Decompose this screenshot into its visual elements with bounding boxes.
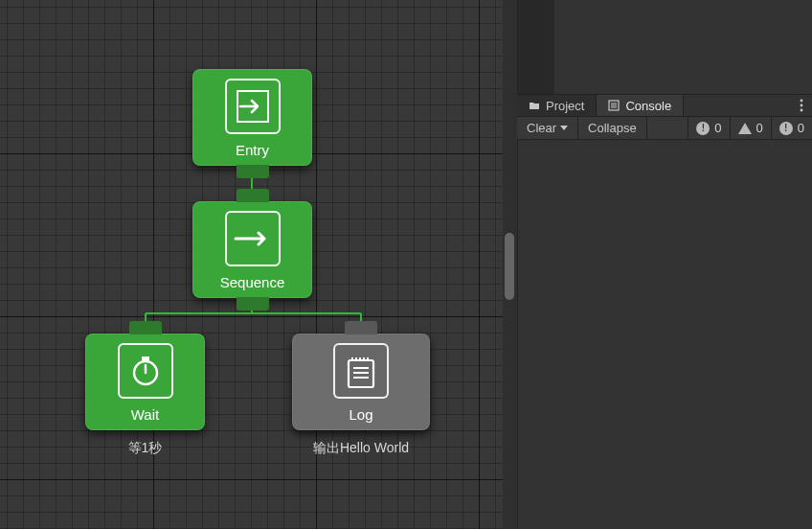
clear-button[interactable]: Clear: [517, 117, 578, 139]
right-panel: Project Console Clear Collapse ! 0: [517, 0, 812, 529]
timer-icon: [118, 343, 173, 399]
node-wait[interactable]: Wait 等1秒: [85, 334, 205, 430]
node-log-in-port[interactable]: [345, 321, 377, 334]
tab-console-label: Console: [625, 99, 671, 113]
error-count-value: 0: [798, 121, 804, 135]
warn-count-toggle[interactable]: 0: [730, 117, 771, 139]
clear-button-label: Clear: [527, 121, 556, 135]
svg-point-14: [801, 104, 803, 107]
node-log-label: Log: [349, 406, 372, 423]
svg-point-13: [801, 100, 803, 103]
node-entry-out-port[interactable]: [237, 165, 269, 178]
log-icon: [333, 343, 389, 399]
tab-project-label: Project: [546, 99, 584, 113]
node-wait-sublabel: 等1秒: [85, 440, 205, 457]
behavior-graph-canvas[interactable]: Entry Sequence Wait 等1秒: [0, 0, 517, 529]
upper-panel: [517, 0, 812, 94]
scrollbar-thumb[interactable]: [505, 233, 514, 300]
collapse-button[interactable]: Collapse: [578, 117, 647, 139]
node-entry-label: Entry: [236, 142, 269, 158]
warn-count-value: 0: [756, 121, 763, 135]
console-body[interactable]: [517, 140, 812, 529]
error-count-toggle[interactable]: ! 0: [771, 117, 812, 139]
info-count-value: 0: [714, 121, 721, 135]
chevron-down-icon: [560, 126, 568, 130]
entry-icon: [225, 79, 281, 134]
node-sequence-in-port[interactable]: [237, 189, 269, 202]
panel-menu-button[interactable]: [791, 95, 812, 116]
svg-rect-2: [142, 356, 149, 360]
info-count-toggle[interactable]: ! 0: [688, 117, 729, 139]
kebab-icon: [800, 99, 803, 112]
info-icon: !: [696, 122, 710, 135]
node-sequence[interactable]: Sequence: [192, 201, 312, 298]
node-wait-in-port[interactable]: [129, 321, 162, 334]
vertical-scrollbar[interactable]: [503, 0, 517, 529]
warning-icon: [738, 123, 752, 134]
error-icon: !: [779, 122, 793, 135]
sequence-icon: [225, 211, 281, 266]
folder-icon: [529, 100, 540, 111]
tab-console[interactable]: Console: [597, 95, 684, 116]
node-log[interactable]: Log 输出Hello World: [292, 334, 430, 430]
svg-point-15: [801, 109, 803, 112]
collapse-button-label: Collapse: [588, 121, 637, 135]
node-sequence-out-port[interactable]: [237, 297, 269, 310]
tab-project[interactable]: Project: [517, 95, 597, 116]
panel-tab-bar: Project Console: [517, 94, 812, 117]
node-wait-label: Wait: [131, 406, 159, 423]
node-log-sublabel: 输出Hello World: [292, 440, 430, 457]
node-entry[interactable]: Entry: [192, 69, 312, 166]
node-sequence-label: Sequence: [220, 274, 285, 290]
console-toolbar: Clear Collapse ! 0 0 ! 0: [517, 117, 812, 140]
console-icon: [608, 100, 620, 111]
